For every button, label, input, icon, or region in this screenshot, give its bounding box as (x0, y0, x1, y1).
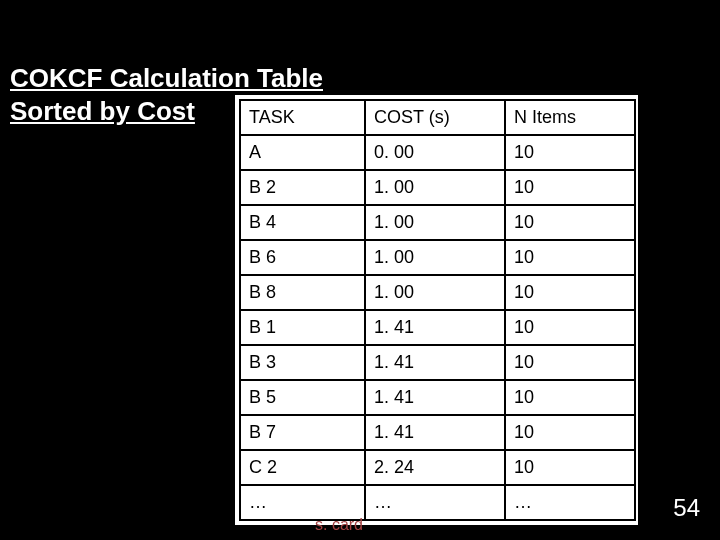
cell-nitems: 10 (505, 450, 635, 485)
cell-nitems: 10 (505, 275, 635, 310)
cell-task: B 5 (240, 380, 365, 415)
table-header-row: TASK COST (s) N Items (240, 100, 635, 135)
cell-nitems: 10 (505, 170, 635, 205)
cell-cost: 1. 00 (365, 170, 505, 205)
footer-author: s. card (315, 516, 363, 534)
title-line-1: COKCF Calculation Table (10, 63, 323, 93)
cell-nitems: 10 (505, 415, 635, 450)
table-row: B 21. 0010 (240, 170, 635, 205)
cell-nitems: 10 (505, 135, 635, 170)
cell-task: B 7 (240, 415, 365, 450)
table-body: A0. 0010 B 21. 0010 B 41. 0010 B 61. 001… (240, 135, 635, 520)
cell-cost: 1. 41 (365, 415, 505, 450)
cell-cost: 1. 41 (365, 380, 505, 415)
cell-task: … (240, 485, 365, 520)
cell-nitems: 10 (505, 345, 635, 380)
table-row: ……… (240, 485, 635, 520)
cost-table-container: TASK COST (s) N Items A0. 0010 B 21. 001… (235, 95, 638, 525)
cell-nitems: … (505, 485, 635, 520)
cell-cost: 1. 41 (365, 345, 505, 380)
cell-cost: 0. 00 (365, 135, 505, 170)
table-row: B 71. 4110 (240, 415, 635, 450)
table-row: B 31. 4110 (240, 345, 635, 380)
cost-table: TASK COST (s) N Items A0. 0010 B 21. 001… (239, 99, 636, 521)
cell-cost: … (365, 485, 505, 520)
cell-cost: 1. 41 (365, 310, 505, 345)
cell-task: B 1 (240, 310, 365, 345)
cell-task: C 2 (240, 450, 365, 485)
table-row: B 51. 4110 (240, 380, 635, 415)
cell-task: B 2 (240, 170, 365, 205)
col-header-nitems: N Items (505, 100, 635, 135)
table-row: C 22. 2410 (240, 450, 635, 485)
slide: COKCF Calculation Table Sorted by Cost T… (0, 0, 720, 540)
cell-cost: 1. 00 (365, 205, 505, 240)
cell-cost: 1. 00 (365, 240, 505, 275)
col-header-cost: COST (s) (365, 100, 505, 135)
col-header-task: TASK (240, 100, 365, 135)
cell-task: B 8 (240, 275, 365, 310)
cell-nitems: 10 (505, 310, 635, 345)
cell-task: B 3 (240, 345, 365, 380)
table-row: B 41. 0010 (240, 205, 635, 240)
cell-nitems: 10 (505, 205, 635, 240)
cell-task: B 4 (240, 205, 365, 240)
table-row: B 61. 0010 (240, 240, 635, 275)
page-number: 54 (673, 494, 700, 522)
cell-nitems: 10 (505, 240, 635, 275)
table-row: B 81. 0010 (240, 275, 635, 310)
title-line-2: Sorted by Cost (10, 96, 195, 126)
cell-task: A (240, 135, 365, 170)
table-row: B 11. 4110 (240, 310, 635, 345)
table-row: A0. 0010 (240, 135, 635, 170)
cell-nitems: 10 (505, 380, 635, 415)
cell-cost: 2. 24 (365, 450, 505, 485)
cell-task: B 6 (240, 240, 365, 275)
cell-cost: 1. 00 (365, 275, 505, 310)
